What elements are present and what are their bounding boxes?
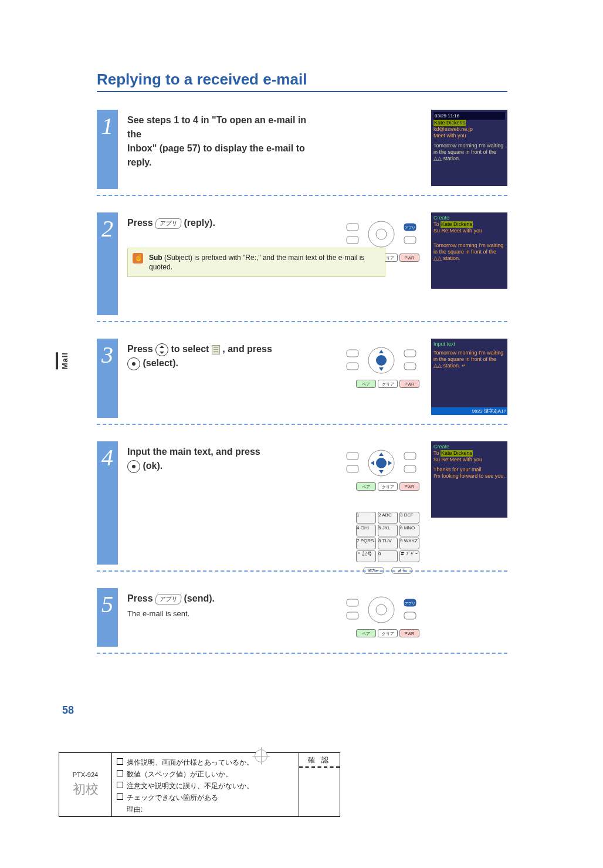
checklist-item: チェックできない箇所がある <box>127 792 218 803</box>
model-number: PTX-924 <box>73 771 98 778</box>
page-content: Replying to a received e-mail 1 See step… <box>97 70 507 670</box>
manner-key: マナー <box>363 567 384 574</box>
registration-mark-icon <box>255 749 267 762</box>
svg-rect-24 <box>404 465 416 472</box>
screen-subj: Meet with you <box>433 133 505 139</box>
svg-marker-10 <box>379 367 384 371</box>
pair-key: ペア <box>356 482 376 491</box>
screen-hdr: Create <box>433 215 505 221</box>
text: Press <box>127 344 155 354</box>
page-number: 58 <box>62 704 74 717</box>
screen-from: Kate Dickens <box>433 120 466 126</box>
svg-point-26 <box>376 604 387 615</box>
checklist-item: 操作説明、画面が仕様とあっているか。 <box>127 756 253 768</box>
svg-rect-2 <box>347 224 358 231</box>
screen-body: Tomorrow morning I'm waiting in the squa… <box>433 242 505 262</box>
screen-addr: kd@ezweb.ne.jp <box>433 126 505 133</box>
note-box: Sub (Subject) is prefixed with "Re:," an… <box>127 248 385 277</box>
key-7: 7 PQRS <box>356 538 376 549</box>
text: (reply). <box>184 218 215 228</box>
svg-rect-12 <box>347 363 358 370</box>
separator <box>97 321 507 322</box>
step-number: 4 <box>97 441 118 565</box>
svg-rect-3 <box>347 237 358 244</box>
pwr-key: PWR <box>399 380 419 388</box>
svg-marker-18 <box>379 470 384 474</box>
pair-key: ペア <box>356 380 376 388</box>
sub-label: Sub <box>149 254 162 262</box>
key-8: 8 TUV <box>378 538 398 549</box>
memo-key: メモ <box>391 567 412 574</box>
checkbox[interactable] <box>117 782 123 788</box>
svg-rect-6 <box>404 237 416 244</box>
svg-marker-19 <box>371 461 374 465</box>
text: , and press <box>222 344 272 354</box>
step-2: 2 Press アプリ (reply). アプリ <box>97 212 507 315</box>
svg-rect-13 <box>404 350 416 357</box>
app-key: アプリ <box>155 594 182 604</box>
step-4: 4 Input the main text, and press (ok). <box>97 441 507 565</box>
screen-body1: Thanks for your mail. <box>433 467 505 473</box>
step-3: 3 Press to select , and press (select). <box>97 339 507 418</box>
nav-diagram <box>343 341 419 382</box>
svg-point-1 <box>376 229 387 239</box>
pwr-key: PWR <box>399 482 419 491</box>
screen-hdr: Input text <box>433 341 505 347</box>
svg-rect-31 <box>404 612 416 619</box>
center-key-icon <box>127 460 140 473</box>
text: (send). <box>184 593 215 603</box>
screen-to: Kate Dickens <box>441 221 473 228</box>
svg-point-0 <box>368 221 394 247</box>
checkbox[interactable] <box>117 793 123 800</box>
step-2-instruction: Press アプリ (reply). <box>127 216 309 230</box>
svg-marker-9 <box>379 350 384 353</box>
phone-screen-1: 03/29 11:16 Kate Dickens kd@ezweb.ne.jp … <box>431 110 507 186</box>
phone-screen-2: Create To Kate Dickens Su Re:Meet with y… <box>431 212 507 289</box>
step-number: 3 <box>97 339 118 418</box>
svg-text:アプリ: アプリ <box>405 225 415 229</box>
screen-time: 03/29 11:16 <box>433 112 505 120</box>
svg-marker-17 <box>379 452 384 456</box>
text: (select). <box>143 358 178 368</box>
numpad: 12 ABC3 DEF 4 GHI5 JKL6 MNO 7 PQRS8 TUV9… <box>356 512 419 574</box>
pwr-key: PWR <box>399 254 419 262</box>
pwr-key: PWR <box>399 629 419 637</box>
clear-key: クリア <box>378 482 398 491</box>
checklist-item: 注意文や説明文に誤り、不足がないか。 <box>127 780 253 792</box>
key-6: 6 MNO <box>399 525 419 536</box>
text: Input the main text, and press <box>127 447 260 457</box>
svg-marker-20 <box>388 461 392 465</box>
nav-diagram: アプリ <box>343 590 419 631</box>
text: to select <box>171 344 212 354</box>
key-1: 1 <box>356 512 376 523</box>
separator <box>97 570 507 572</box>
checklist: 操作説明、画面が仕様とあっているか。 数値（スペック値）が正しいか。 注意文や説… <box>112 753 299 816</box>
key-0: 0 <box>378 550 398 562</box>
svg-rect-14 <box>404 363 416 370</box>
svg-rect-23 <box>404 452 416 460</box>
clear-key: クリア <box>378 380 398 388</box>
step-4-instruction: Input the main text, and press (ok). <box>127 445 309 473</box>
proof-stage: 初校 <box>73 781 99 798</box>
step-number: 2 <box>97 212 118 315</box>
document-icon <box>212 345 220 354</box>
svg-rect-28 <box>347 612 358 619</box>
page-title: Replying to a received e-mail <box>97 70 507 92</box>
svg-point-8 <box>376 355 387 366</box>
reason-label: 理由: <box>127 803 143 815</box>
screen-hdr: Create <box>433 444 505 450</box>
step-3-instruction: Press to select , and press (select). <box>127 342 309 370</box>
screen-to: Kate Dickens <box>441 450 473 457</box>
svg-rect-11 <box>347 350 358 357</box>
separator <box>97 653 507 654</box>
app-key: アプリ <box>155 218 182 229</box>
pair-key: ペア <box>356 629 376 637</box>
checkbox[interactable] <box>117 770 123 776</box>
step-5: 5 Press アプリ (send). The e-mail is sent. … <box>97 588 507 647</box>
key-3: 3 DEF <box>399 512 419 523</box>
key-star: ＊ 記号 <box>356 550 376 562</box>
screen-body2: I'm looking forward to see you. <box>433 473 505 479</box>
step-number: 1 <box>97 110 118 189</box>
proof-box: PTX-924 初校 操作説明、画面が仕様とあっているか。 数値（スペック値）が… <box>59 752 340 817</box>
checkbox[interactable] <box>117 758 123 765</box>
